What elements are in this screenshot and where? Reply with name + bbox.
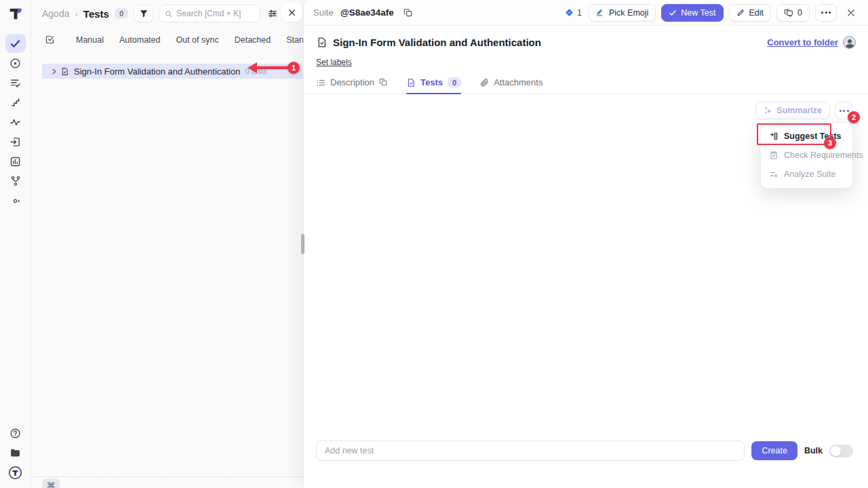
add-test-input[interactable] [316, 441, 745, 461]
bulk-select-icon[interactable] [45, 35, 55, 45]
jira-diamond-icon [565, 8, 574, 17]
app-logo-icon[interactable] [5, 4, 26, 23]
suite-drawer: Suite @S8ae34afe 1 Pick Emoji New Test [303, 0, 868, 488]
copy-description-icon[interactable] [379, 78, 388, 87]
suite-tree: Sign-In Form Validation and Authenticati… [31, 52, 303, 476]
analyze-suite-icon [769, 169, 778, 179]
suite-id: @S8ae34afe [340, 7, 394, 18]
emoji-pen-icon [596, 8, 605, 17]
tests-doc-icon [406, 78, 416, 87]
breadcrumb-separator: › [75, 9, 77, 19]
new-test-button[interactable]: New Test [661, 4, 723, 22]
suite-doc-icon [60, 67, 69, 76]
nav-tests-icon[interactable] [5, 34, 26, 53]
pencil-icon [736, 8, 745, 17]
copy-suite-id-icon[interactable] [403, 8, 413, 18]
nav-analytics-icon[interactable] [5, 113, 26, 131]
ai-more-button[interactable] [835, 102, 853, 119]
assignee-avatar[interactable] [843, 36, 856, 49]
suite-type-label: Suite [313, 7, 334, 18]
tab-attachments[interactable]: Attachments [479, 77, 542, 94]
menu-item-suggest-tests[interactable]: Suggest Tests [761, 127, 852, 146]
suite-tabs: Description Tests 0 Attachments [304, 77, 868, 94]
filter-tab-manual[interactable]: Manual [76, 35, 104, 45]
ai-actions-row: Summarize [755, 102, 853, 119]
panel-resize-handle[interactable] [301, 234, 304, 254]
icon-rail [0, 0, 31, 488]
nav-steps-icon[interactable] [5, 93, 26, 112]
filter-tabs: Manual Automated Out of sync Detached St… [31, 27, 303, 52]
breadcrumb-project[interactable]: Agoda [42, 8, 69, 19]
add-test-row: Create Bulk [304, 441, 868, 461]
more-icon [821, 12, 831, 14]
tab-description[interactable]: Description [316, 77, 388, 94]
filter-tab-out-of-sync[interactable]: Out of sync [176, 35, 218, 45]
tests-tab-content: Summarize Suggest Tests Check [304, 94, 868, 488]
more-actions-button[interactable] [815, 4, 837, 22]
filter-tab-automated[interactable]: Automated [119, 35, 160, 45]
tree-footer: ⌘ [31, 476, 303, 488]
toggle-knob [831, 446, 841, 456]
tab-tests[interactable]: Tests 0 [406, 77, 461, 94]
edit-button[interactable]: Edit [729, 4, 772, 22]
nav-settings-icon[interactable] [5, 191, 26, 210]
check-icon [669, 9, 677, 17]
tests-count-badge: 0 [115, 8, 128, 19]
suggest-tests-icon [769, 131, 778, 141]
tests-panel-header: Agoda › Tests 0 [31, 0, 303, 27]
view-settings-icon[interactable] [267, 8, 278, 19]
sparkles-icon [764, 106, 772, 115]
summarize-button[interactable]: Summarize [755, 102, 830, 119]
tree-item-label: Sign-In Form Validation and Authenticati… [74, 66, 240, 77]
projects-icon[interactable] [5, 443, 26, 462]
funnel-icon [139, 9, 149, 18]
nav-plans-icon[interactable] [5, 73, 26, 92]
close-icon [288, 8, 296, 17]
set-labels-link[interactable]: Set labels [316, 58, 352, 67]
profile-avatar-icon[interactable] [5, 463, 26, 482]
bulk-mode-label: Bulk [804, 446, 823, 455]
jira-link-count: 1 [577, 8, 582, 18]
filter-tab-detached[interactable]: Detached [235, 35, 271, 45]
tests-tab-count-badge: 0 [448, 77, 461, 87]
nav-import-icon[interactable] [5, 132, 26, 151]
app-window: Agoda › Tests 0 Manual Automated Out of … [0, 0, 868, 488]
bulk-toggle[interactable] [829, 445, 853, 458]
description-list-icon [316, 78, 326, 87]
help-icon[interactable] [5, 424, 26, 443]
suite-doc-icon [316, 37, 328, 48]
drawer-edge-close-button[interactable] [281, 3, 302, 22]
menu-item-analyze-suite[interactable]: Analyze Suite [761, 165, 852, 184]
nav-branches-icon[interactable] [5, 171, 26, 190]
create-test-button[interactable]: Create [751, 441, 797, 460]
tree-item-test-count: 0 tests [245, 67, 267, 75]
nav-runs-icon[interactable] [5, 54, 26, 73]
ai-dropdown-menu: Suggest Tests Check Requirements Analyze… [760, 122, 853, 188]
clipboard-check-icon [769, 150, 778, 160]
command-key-chip[interactable]: ⌘ [42, 479, 60, 488]
comments-icon [784, 8, 793, 18]
suite-title-row: Sign-In Form Validation and Authenticati… [304, 26, 868, 49]
more-icon [840, 110, 849, 112]
search-box[interactable] [159, 5, 260, 22]
convert-to-folder-link[interactable]: Convert to folder [767, 37, 838, 47]
drawer-header: Suite @S8ae34afe 1 Pick Emoji New Test [304, 0, 868, 26]
drawer-close-button[interactable] [842, 4, 860, 22]
pick-emoji-button[interactable]: Pick Emoji [589, 4, 656, 22]
suite-title: Sign-In Form Validation and Authenticati… [333, 37, 541, 48]
chevron-right-icon[interactable] [50, 68, 58, 75]
breadcrumb-page[interactable]: Tests [83, 8, 109, 20]
title-actions: Convert to folder [767, 36, 856, 49]
search-input[interactable] [176, 9, 254, 18]
paperclip-icon [479, 78, 489, 87]
nav-reports-icon[interactable] [5, 152, 26, 171]
tree-row-suite[interactable]: Sign-In Form Validation and Authenticati… [42, 64, 302, 79]
filter-button[interactable] [134, 5, 153, 22]
search-icon [165, 9, 172, 18]
tests-panel: Agoda › Tests 0 Manual Automated Out of … [31, 0, 303, 488]
jira-link-indicator[interactable]: 1 [565, 8, 582, 18]
menu-item-check-requirements[interactable]: Check Requirements [761, 146, 852, 165]
close-icon [846, 8, 856, 18]
drawer-header-actions: 1 Pick Emoji New Test Edit 0 [565, 4, 860, 22]
comments-button[interactable]: 0 [776, 4, 810, 22]
